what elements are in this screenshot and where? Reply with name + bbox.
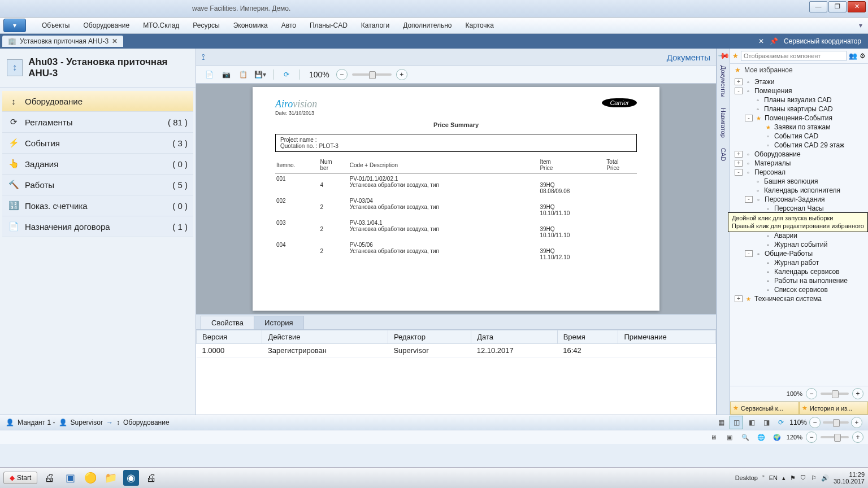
window-icon[interactable]: ▣ — [723, 431, 736, 443]
nav-Назначения договора[interactable]: 📄Назначения договора( 1 ) — [2, 216, 193, 237]
menu-Объекты[interactable]: Объекты — [35, 21, 77, 29]
zoom-in-button[interactable]: + — [851, 417, 862, 428]
menu-Каталоги[interactable]: Каталоги — [354, 21, 396, 29]
zoom-slider[interactable] — [352, 73, 392, 76]
tree-node[interactable]: ▫Работы на выполнение — [730, 276, 868, 285]
tree-node[interactable]: ▫Журнал событий — [730, 240, 868, 249]
tree-node[interactable]: ▫Планы квартиры CAD — [730, 104, 868, 114]
clipboard-icon[interactable]: 📋 — [237, 68, 249, 81]
search-input[interactable] — [741, 51, 847, 61]
nav-Работы[interactable]: 🔨Работы( 5 ) — [2, 175, 193, 195]
tree-node[interactable]: -▫Общие-Работы — [730, 249, 868, 258]
nav-Регламенты[interactable]: ⟳Регламенты( 81 ) — [2, 112, 193, 133]
user-label: Supervisor — [71, 419, 103, 426]
main-menubar: ▾ ОбъектыОборудованиеМТО.СкладРесурсыЭко… — [0, 18, 868, 34]
tree-node[interactable]: ▫Список сервисов — [730, 285, 868, 294]
menu-Карточка[interactable]: Карточка — [459, 21, 501, 29]
pin-icon[interactable]: 📌 — [717, 49, 730, 62]
document-tabstrip: 🏢 Установка приточная AHU-3 ✕ ✕ 📌 Сервис… — [0, 34, 868, 49]
restore-button[interactable]: ❐ — [828, 1, 847, 12]
zoom-out-button[interactable]: − — [336, 69, 348, 80]
close-button[interactable]: ✕ — [848, 1, 866, 12]
nav-Задания[interactable]: 👆Задания( 0 ) — [2, 154, 193, 175]
nav-Показ. счетчика[interactable]: 🔢Показ. счетчика( 0 ) — [2, 195, 193, 216]
zoom-slider[interactable] — [823, 421, 849, 424]
search-icon[interactable]: 🔍 — [739, 431, 752, 443]
favorites-title: ★ Мое избранное — [730, 64, 868, 76]
zoom-out-button[interactable]: − — [809, 417, 821, 428]
camera-icon[interactable]: 📷 — [220, 68, 232, 81]
layout2-icon[interactable]: ◧ — [745, 416, 758, 429]
tab-history-changes[interactable]: ★История и из... — [799, 402, 868, 415]
doc-tab-ahu3[interactable]: 🏢 Установка приточная AHU-3 ✕ — [2, 36, 123, 47]
minimize-button[interactable]: — — [809, 1, 827, 12]
menu-Экономика[interactable]: Экономика — [227, 21, 275, 29]
menu-Ресурсы[interactable]: Ресурсы — [186, 21, 226, 29]
tree-node[interactable]: ▫События CAD — [730, 132, 868, 141]
tree-node[interactable]: -▫Персонал-Задания — [730, 195, 868, 204]
docbar-label: Документы — [667, 53, 710, 62]
vtab-documents[interactable]: Документы — [719, 61, 728, 102]
tree-node[interactable]: ▫Планы визуализ CAD — [730, 95, 868, 104]
nav-Оборудование[interactable]: ↕Оборудование — [2, 91, 193, 112]
users-icon[interactable]: 👥 — [849, 52, 857, 60]
layout1-icon[interactable]: ◫ — [730, 416, 743, 429]
menu-Авто[interactable]: Авто — [275, 21, 303, 29]
tree-node[interactable]: -★Помещения-События — [730, 114, 868, 123]
close-icon[interactable]: ✕ — [112, 37, 118, 45]
app-menu-button[interactable]: ▾ — [3, 19, 26, 32]
tree-node[interactable]: -▫Персонал — [730, 168, 868, 177]
zoom-out-button[interactable]: − — [806, 432, 817, 443]
tree-node[interactable]: ▫Аварии — [730, 231, 868, 240]
tree-node[interactable]: ▫Журнал работ — [730, 258, 868, 267]
nav-События[interactable]: ⚡События( 3 ) — [2, 133, 193, 154]
pin-icon[interactable]: ⟟ — [202, 52, 205, 62]
tree-node[interactable]: ▫Календарь сервисов — [730, 267, 868, 276]
history-grid[interactable]: ВерсияДействиеРедакторДатаВремяПримечани… — [196, 329, 716, 415]
new-doc-icon[interactable]: 📄 — [203, 68, 215, 81]
tab-history[interactable]: История — [254, 316, 303, 329]
tree-node[interactable]: +★Техническая система — [730, 294, 868, 303]
menu-МТО.Склад[interactable]: МТО.Склад — [136, 21, 186, 29]
tree-node[interactable]: ▫События CAD 29 этаж — [730, 141, 868, 150]
zoom-out-button[interactable]: − — [806, 388, 817, 399]
vtab-navigator[interactable]: Навигатор — [719, 103, 728, 142]
zoom-label: 110% — [789, 419, 807, 426]
globe-icon[interactable]: 🌐 — [755, 431, 767, 443]
left-panel: ↕ Ahu03 - Установка приточная AHU-3 ↕Обо… — [0, 49, 196, 415]
document-viewer[interactable]: Carrier Airovision Date: 31/10/2013 Pric… — [196, 84, 716, 314]
tab-properties[interactable]: Свойства — [201, 316, 254, 329]
equipment-icon: ↕ — [116, 419, 120, 426]
tab-service-coordinator[interactable]: ★Сервисный к... — [730, 402, 799, 415]
zoom-in-button[interactable]: + — [852, 388, 863, 399]
globe2-icon[interactable]: 🌍 — [771, 431, 783, 443]
close-panel-icon[interactable]: ✕ — [758, 37, 764, 45]
tree-node[interactable]: ▫Персонал Часы — [730, 204, 868, 213]
zoom-in-button[interactable]: + — [396, 69, 407, 80]
zoom-in-button[interactable]: + — [852, 432, 863, 443]
refresh-icon[interactable]: ⟳ — [280, 68, 293, 81]
save-icon[interactable]: 💾▾ — [254, 68, 266, 81]
menu-Планы-CAD[interactable]: Планы-CAD — [303, 21, 354, 29]
tree-node[interactable]: ★Заявки по этажам — [730, 123, 868, 132]
tree-node[interactable]: ▫Календарь исполнителя — [730, 186, 868, 195]
monitor-icon[interactable]: 🖥 — [708, 431, 720, 443]
settings-icon[interactable]: ⚙ — [860, 52, 866, 60]
user-icon: 👤 — [59, 419, 67, 426]
refresh-icon[interactable]: ⟳ — [775, 416, 787, 429]
vtab-cad[interactable]: CAD — [719, 143, 728, 165]
tree-node[interactable]: +▫Материалы — [730, 159, 868, 168]
tree-node[interactable]: -▫Помещения — [730, 86, 868, 95]
menu-Оборудование[interactable]: Оборудование — [77, 21, 137, 29]
layout3-icon[interactable]: ◨ — [760, 416, 772, 429]
pin-icon[interactable]: 📌 — [770, 37, 778, 45]
viewer-toolbar: 📄 📷 📋 💾▾ ⟳ 100% − + — [196, 66, 716, 84]
tree-node[interactable]: +▫Этажи — [730, 77, 868, 86]
tree-node[interactable]: ▫Башня эволюция — [730, 177, 868, 186]
zoom-slider[interactable] — [821, 436, 849, 438]
menu-expand-icon[interactable]: ▾ — [859, 21, 868, 29]
tree-node[interactable]: +▫Оборудование — [730, 150, 868, 159]
grid-view-icon[interactable]: ▦ — [715, 416, 727, 429]
zoom-slider[interactable] — [821, 393, 849, 395]
menu-Дополнительно[interactable]: Дополнительно — [396, 21, 458, 29]
